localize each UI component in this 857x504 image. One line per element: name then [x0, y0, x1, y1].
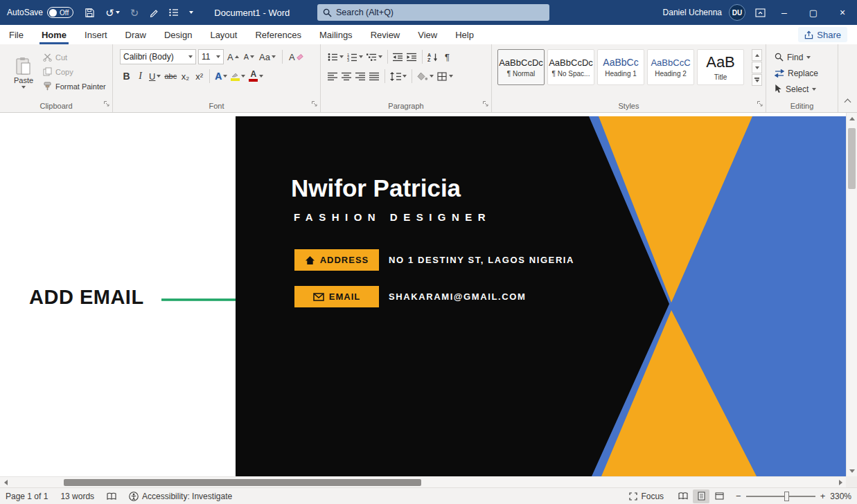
font-color-caret-icon [259, 75, 263, 78]
redo-button[interactable]: ↻ [130, 8, 139, 18]
styles-more-button[interactable] [752, 74, 762, 86]
print-layout-button[interactable] [693, 489, 709, 503]
decrease-indent-button[interactable] [391, 49, 405, 64]
justify-button[interactable] [368, 69, 381, 84]
word-count[interactable]: 13 words [60, 492, 94, 501]
autosave-toggle[interactable]: AutoSave Off [7, 7, 73, 18]
collapse-ribbon-button[interactable] [845, 95, 850, 107]
style-title[interactable]: AaB Title [697, 49, 744, 85]
strikethrough-button[interactable]: abc [163, 69, 178, 84]
list-button[interactable] [169, 8, 179, 17]
font-color-button[interactable]: A [247, 69, 265, 84]
font-dialog-launcher[interactable] [311, 98, 318, 110]
multilevel-list-button[interactable] [365, 49, 384, 64]
bullets-button[interactable] [326, 49, 345, 64]
superscript-button[interactable]: x² [193, 69, 206, 84]
read-mode-button[interactable] [675, 489, 691, 503]
cut-button[interactable]: Cut [43, 51, 106, 63]
proofing-button[interactable] [107, 492, 116, 501]
horizontal-scrollbar[interactable] [0, 476, 846, 487]
business-card[interactable]: Nwifor Patricia FASHION DESIGNER ADDRESS… [236, 116, 846, 476]
search-box[interactable] [317, 4, 549, 21]
style-normal[interactable]: AaBbCcDc ¶ Normal [497, 49, 545, 85]
clear-formatting-button[interactable]: A [288, 49, 304, 64]
accessibility-button[interactable]: Accessibility: Investigate [129, 492, 232, 501]
tab-mailings[interactable]: Mailings [310, 25, 362, 44]
tab-help[interactable]: Help [446, 25, 483, 44]
scroll-left-button[interactable] [0, 477, 11, 488]
show-formatting-marks-button[interactable]: ¶ [441, 49, 454, 64]
vertical-scrollbar-thumb[interactable] [848, 128, 856, 189]
tab-references[interactable]: References [246, 25, 310, 44]
clipboard-dialog-launcher[interactable] [103, 98, 110, 110]
tab-view[interactable]: View [409, 25, 446, 44]
undo-button[interactable]: ↺ [105, 8, 120, 18]
italic-button[interactable]: I [134, 69, 147, 84]
page-indicator[interactable]: Page 1 of 1 [6, 492, 48, 501]
document-canvas[interactable]: ADD EMAIL Nwifor Patricia FASHION DESIGN… [0, 113, 846, 476]
tab-design[interactable]: Design [155, 25, 201, 44]
styles-scroll-up-button[interactable] [752, 49, 762, 61]
line-spacing-button[interactable] [389, 69, 408, 84]
subscript-button[interactable]: x₂ [179, 69, 192, 84]
shading-button[interactable] [416, 69, 435, 84]
scroll-up-button[interactable] [847, 113, 857, 124]
bold-button[interactable]: B [120, 69, 133, 84]
search-input[interactable] [336, 8, 544, 17]
tab-review[interactable]: Review [362, 25, 409, 44]
tab-insert[interactable]: Insert [76, 25, 116, 44]
avatar[interactable]: DU [729, 4, 745, 21]
borders-button[interactable] [436, 69, 454, 84]
zoom-out-button[interactable]: − [736, 491, 741, 501]
style-no-spacing[interactable]: AaBbCcDc ¶ No Spac... [547, 49, 594, 85]
tab-draw[interactable]: Draw [116, 25, 155, 44]
sort-button[interactable]: AZ [426, 49, 440, 64]
font-size-combobox[interactable]: 11 [198, 49, 224, 64]
style-heading-2[interactable]: AaBbCcC Heading 2 [647, 49, 694, 85]
paste-button[interactable]: Paste [7, 48, 40, 97]
focus-button[interactable]: Focus [629, 492, 664, 501]
pen-button[interactable] [149, 8, 159, 17]
customize-qat-button[interactable] [189, 11, 193, 14]
select-button[interactable]: Select [775, 82, 818, 96]
copy-button[interactable]: Copy [43, 66, 106, 78]
zoom-slider-thumb[interactable] [784, 492, 789, 501]
zoom-level[interactable]: 330% [830, 492, 851, 501]
scroll-right-button[interactable] [835, 477, 846, 488]
minimize-button[interactable]: – [770, 0, 799, 25]
underline-button[interactable]: U [148, 69, 162, 84]
replace-button[interactable]: Replace [775, 66, 818, 80]
grow-font-button[interactable]: A [226, 49, 240, 64]
tab-file[interactable]: File [0, 25, 33, 44]
numbering-button[interactable]: 123 [346, 49, 364, 64]
styles-dialog-launcher[interactable] [757, 98, 763, 110]
align-center-button[interactable] [340, 69, 353, 84]
share-button[interactable]: Share [798, 27, 847, 42]
text-highlight-button[interactable] [229, 69, 247, 84]
align-left-button[interactable] [326, 69, 339, 84]
align-right-button[interactable] [354, 69, 367, 84]
ribbon-display-options-button[interactable] [755, 8, 766, 17]
save-button[interactable] [85, 8, 95, 18]
styles-scroll-down-button[interactable] [752, 62, 762, 73]
horizontal-scrollbar-thumb[interactable] [64, 479, 421, 486]
autosave-switch[interactable]: Off [47, 7, 73, 18]
scroll-down-button[interactable] [847, 465, 857, 476]
web-layout-button[interactable] [711, 489, 727, 503]
text-effects-button[interactable]: A [213, 69, 229, 84]
style-heading-1[interactable]: AaBbCc Heading 1 [597, 49, 644, 85]
increase-indent-button[interactable] [405, 49, 418, 64]
zoom-slider[interactable] [746, 492, 815, 501]
font-name-combobox[interactable]: Calibri (Body) [120, 49, 196, 64]
paragraph-dialog-launcher[interactable] [482, 98, 489, 110]
zoom-in-button[interactable]: + [820, 491, 826, 501]
change-case-button[interactable]: Aa [258, 49, 277, 64]
close-button[interactable]: × [828, 0, 857, 25]
tab-home[interactable]: Home [33, 25, 76, 44]
tab-layout[interactable]: Layout [201, 25, 246, 44]
shrink-font-button[interactable]: A [242, 49, 256, 64]
format-painter-button[interactable]: Format Painter [43, 80, 106, 92]
vertical-scrollbar[interactable] [846, 113, 857, 476]
maximize-button[interactable]: ▢ [799, 0, 828, 25]
find-button[interactable]: Find [775, 50, 818, 64]
